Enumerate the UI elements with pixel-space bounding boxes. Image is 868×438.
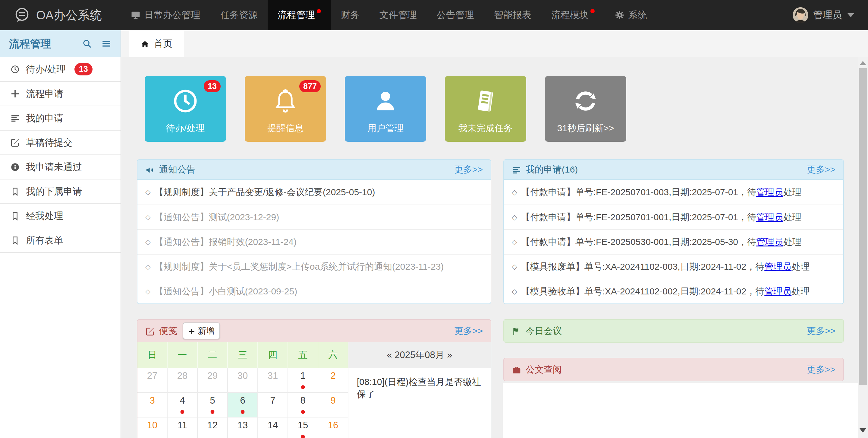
calendar-day[interactable]: 27 [137, 368, 167, 393]
calendar-day[interactable]: 2 [318, 368, 348, 393]
application-item[interactable]: ◇【模具报废单】单号:XA-20241102-003,日期:2024-11-02… [504, 254, 843, 279]
application-item[interactable]: ◇【付款申请】单号:FE-20250701-001,日期:2025-07-01，… [504, 205, 843, 229]
event-dot [211, 410, 215, 414]
calendar-day[interactable]: 13 [228, 417, 258, 438]
calendar-day[interactable]: 31 [258, 368, 288, 393]
assignee-link[interactable]: 管理员 [756, 236, 783, 248]
notice-item[interactable]: ◇【通知公告】小白测试(2023-09-25) [137, 279, 491, 303]
sidebar-item-label: 我申请未通过 [26, 161, 82, 173]
diamond-icon: ◇ [512, 288, 517, 296]
calendar-day[interactable]: 14 [258, 417, 288, 438]
meetings-panel-header: 今日会议 更多>> [504, 320, 843, 342]
notes-more-link[interactable]: 更多>> [454, 325, 483, 337]
navbar-item-process[interactable]: 流程管理 [268, 0, 331, 30]
edit-icon [10, 138, 20, 147]
scroll-up-arrow-icon[interactable] [860, 61, 866, 65]
application-item[interactable]: ◇【付款申请】单号:FE-20250701-003,日期:2025-07-01，… [504, 180, 843, 205]
calendar-grid: 272829303112345678910111213141516 [137, 368, 348, 438]
navbar-item-notices[interactable]: 公告管理 [427, 0, 484, 30]
event-dot [181, 410, 184, 414]
navbar-item-tasks[interactable]: 任务资源 [210, 0, 268, 30]
day-number: 30 [228, 371, 257, 381]
assignee-link[interactable]: 管理员 [756, 186, 783, 199]
user-name: 管理员 [813, 8, 842, 22]
scrollbar-thumb[interactable] [859, 68, 867, 385]
my-applications-more-link[interactable]: 更多>> [807, 164, 835, 176]
assignee-link[interactable]: 管理员 [756, 211, 783, 224]
navbar-item-label: 流程管理 [278, 9, 315, 22]
assignee-link[interactable]: 管理员 [764, 261, 792, 273]
tile-unfinished-tasks[interactable]: 我未完成任务 [445, 76, 526, 142]
sidebar-item-label: 草稿待提交 [26, 136, 73, 149]
calendar-month-nav[interactable]: « 2025年08月 » [348, 342, 491, 368]
scroll-down-arrow-icon[interactable] [860, 428, 866, 433]
assignee-link[interactable]: 管理员 [764, 285, 792, 298]
navbar-item-label: 公告管理 [437, 9, 474, 22]
calendar-day[interactable]: 4 [167, 393, 198, 417]
tile-users[interactable]: 用户管理 [345, 76, 426, 142]
calendar-day[interactable]: 8 [288, 393, 318, 417]
calendar-day[interactable]: 29 [198, 368, 228, 393]
tile-todo[interactable]: 13待办/处理 [145, 76, 226, 142]
brand[interactable]: OA办公系统 [0, 0, 113, 30]
calendar-day[interactable]: 9 [318, 393, 348, 417]
day-number: 1 [288, 371, 318, 381]
notice-item-text: 【通知公告】小白测试(2023-09-25) [155, 285, 297, 298]
diamond-icon: ◇ [145, 188, 151, 196]
sidebar-item-label: 我的下属申请 [26, 185, 82, 198]
day-number: 11 [167, 420, 197, 431]
application-item[interactable]: ◇【付款申请】单号:FE-20250530-001,日期:2025-05-30，… [504, 229, 843, 254]
sidebar-item-rejected[interactable]: 我申请未通过 [0, 155, 121, 179]
calendar-day[interactable]: 7 [258, 393, 288, 417]
navbar-item-finance[interactable]: 财务 [331, 0, 370, 30]
schedule-item[interactable]: [08:10](日程)检查当月是否缴社保了 [348, 368, 491, 438]
tab-home[interactable]: 首页 [129, 30, 184, 57]
user-menu[interactable]: 管理员 [779, 0, 868, 30]
menu-icon [101, 39, 112, 49]
calendar-day[interactable]: 1 [288, 368, 318, 393]
sidebar-item-drafts[interactable]: 草稿待提交 [0, 130, 121, 155]
navbar-menu: 日常办公管理任务资源流程管理财务文件管理公告管理智能报表流程模块系统 [121, 0, 657, 30]
tile-refresh[interactable]: 31秒后刷新>> [545, 76, 626, 142]
notice-more-link[interactable]: 更多>> [454, 164, 483, 176]
notice-item[interactable]: ◇【通知公告】测试(2023-12-29) [137, 205, 491, 229]
day-number: 13 [228, 420, 257, 431]
calendar-day[interactable]: 11 [167, 417, 198, 438]
calendar-day-today[interactable]: 6 [228, 393, 258, 417]
calendar: 日一二三四五六 27282930311234567891011121314151… [137, 342, 491, 438]
tile-reminders[interactable]: 877提醒信息 [245, 76, 326, 142]
vertical-scrollbar[interactable] [858, 57, 868, 438]
navbar-item-system[interactable]: 系统 [604, 0, 657, 30]
add-note-button[interactable]: 新增 [183, 322, 220, 339]
application-item[interactable]: ◇【模具验收单】单号:XA-20241102-002,日期:2024-11-02… [504, 279, 843, 303]
notice-item[interactable]: ◇【通知公告】报销时效(2023-11-24) [137, 229, 491, 254]
navbar-item-reports[interactable]: 智能报表 [484, 0, 541, 30]
calendar-day[interactable]: 15 [288, 417, 318, 438]
calendar-day[interactable]: 28 [167, 368, 198, 393]
notice-item[interactable]: ◇【规则制度】关于产品变更/返修-会议纪要(2025-05-10) [137, 180, 491, 205]
notice-item[interactable]: ◇【规则制度】关于<员工奖惩制度>上传oa系统并试行的通知(2023-11-23… [137, 254, 491, 279]
sidebar-item-my-applications[interactable]: 我的申请 [0, 106, 121, 130]
day-number: 4 [167, 395, 197, 406]
bell-icon [271, 87, 300, 115]
sidebar-item-processed-by-me[interactable]: 经我处理 [0, 204, 121, 228]
documents-panel-header: 公文查阅 更多>> [504, 358, 843, 381]
calendar-day[interactable]: 12 [198, 417, 228, 438]
navbar-item-files[interactable]: 文件管理 [370, 0, 427, 30]
calendar-day[interactable]: 10 [137, 417, 167, 438]
meetings-more-link[interactable]: 更多>> [807, 325, 835, 337]
sidebar: 流程管理 待办/处理13流程申请我的申请草稿待提交我申请未通过我的下属申请经我处… [0, 30, 121, 438]
documents-more-link[interactable]: 更多>> [807, 363, 835, 376]
calendar-day[interactable]: 3 [137, 393, 167, 417]
day-number: 31 [258, 371, 287, 381]
edit-icon [145, 327, 155, 337]
sidebar-item-todo[interactable]: 待办/处理13 [0, 57, 121, 82]
sidebar-item-apply[interactable]: 流程申请 [0, 82, 121, 106]
navbar-item-daily[interactable]: 日常办公管理 [121, 0, 210, 30]
calendar-day[interactable]: 5 [198, 393, 228, 417]
calendar-day[interactable]: 16 [318, 417, 348, 438]
navbar-item-modules[interactable]: 流程模块 [541, 0, 604, 30]
sidebar-item-subordinate[interactable]: 我的下属申请 [0, 179, 121, 204]
calendar-day[interactable]: 30 [228, 368, 258, 393]
sidebar-item-all-forms[interactable]: 所有表单 [0, 228, 121, 253]
